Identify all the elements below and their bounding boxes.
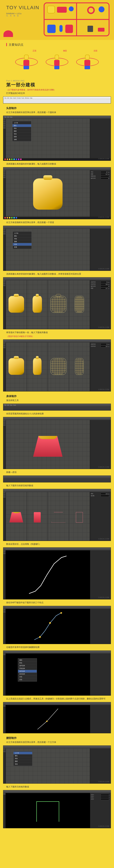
tool-palette[interactable] [3,793,6,828]
menu-item[interactable]: 圆柱 [12,124,31,127]
menu-item[interactable]: 填充选择 [18,670,37,673]
menu-item[interactable]: 圆锥 [13,240,32,243]
rot-seg-field[interactable] [101,285,110,287]
quad-viewport[interactable] [6,492,90,541]
menu-item[interactable]: 胶囊 [12,135,31,138]
menu-item[interactable]: 球体 [12,127,31,130]
viewport[interactable] [6,793,90,828]
app-menubar[interactable] [3,489,111,492]
depth-field[interactable] [101,493,110,495]
primitive-popup[interactable]: 立方体 圆柱 球体 圆锥 管道 [13,751,32,766]
app-menubar[interactable] [3,226,111,229]
attribute-panel[interactable]: 分段X 分段Y 分段Z [90,793,111,828]
tool-palette[interactable] [3,229,6,271]
inner-radius-field[interactable] [101,343,110,345]
material-swatches[interactable] [3,217,111,219]
viewport[interactable] [6,705,90,733]
menu-item[interactable]: 全选 [18,676,37,678]
attribute-panel[interactable] [90,653,111,695]
app-menubar[interactable] [3,476,111,478]
viewport[interactable] [6,420,90,469]
menu-item[interactable]: 圆柱 [13,235,32,238]
quad-viewport[interactable] [6,280,90,329]
menu-item[interactable]: 圆锥 [13,760,32,763]
segy-field[interactable] [101,796,110,798]
menu-item[interactable]: 框选 [18,661,37,664]
tool-palette[interactable] [3,609,6,644]
segh-field[interactable] [101,175,110,177]
app-menubar[interactable] [3,702,111,705]
tool-palette[interactable] [3,748,6,783]
tool-palette[interactable] [3,550,6,599]
outer-radius-field[interactable] [101,345,110,347]
app-menubar[interactable]: FileEditView [3,116,111,119]
attribute-panel[interactable] [90,119,111,161]
viewport[interactable]: 立方体 圆柱 球体 圆锥 管道 胶囊 [6,229,90,271]
attribute-panel[interactable]: 内部半径 外部半径 旋转分段 高度 [90,280,111,329]
outer-radius-field[interactable] [101,283,110,285]
menu-item[interactable]: 圆锥 [12,130,31,133]
viewport[interactable] [6,609,90,644]
menu-item[interactable]: 管道 [13,243,32,246]
app-menubar[interactable] [3,167,111,170]
viewport[interactable] [6,342,90,391]
app-menubar[interactable] [3,277,111,280]
app-menubar[interactable] [3,417,111,420]
attribute-panel[interactable] [90,609,111,644]
app-menubar[interactable] [3,746,111,748]
material-swatches[interactable] [3,158,111,161]
viewport[interactable] [6,170,90,219]
tool-palette[interactable] [3,119,6,161]
tool-palette[interactable] [3,492,6,541]
viewport[interactable] [6,492,90,541]
tool-palette[interactable] [3,653,6,695]
menu-item[interactable]: 循环选择 [18,664,37,667]
attribute-panel[interactable] [90,420,111,469]
menu-item[interactable]: 立方体 [13,752,32,754]
app-menubar[interactable] [3,340,111,342]
attribute-panel[interactable] [90,229,111,271]
menu-item[interactable]: 油桶 [12,138,31,141]
context-menu[interactable]: 撤销 框选 循环选择 环状选择 填充选择 路径选择 全选 反选 [18,658,37,682]
subdiv-field[interactable] [101,495,110,497]
tool-palette[interactable] [3,280,6,329]
viewport[interactable] [6,550,90,599]
segx-field[interactable] [101,794,110,796]
tool-palette[interactable] [3,170,6,219]
app-menubar[interactable]: FileEditView InsertFormatTools WindowHel… [3,97,111,99]
app-menubar[interactable] [3,606,111,609]
tool-palette[interactable] [3,342,6,391]
viewport[interactable]: 立方体 圆柱 球体 圆锥 管道 胶囊 油桶 [6,119,90,161]
tool-palette[interactable] [3,705,6,733]
app-menubar[interactable] [3,790,111,793]
attribute-panel[interactable] [90,748,111,783]
attribute-panel[interactable] [90,550,111,599]
app-menubar[interactable] [3,548,111,550]
primitive-popup[interactable]: 立方体 圆柱 球体 圆锥 管道 胶囊 油桶 [12,121,31,142]
height-field[interactable] [101,173,110,175]
attribute-panel[interactable]: 半径 高度 高度分段 旋转分段 [90,170,111,219]
segr-field[interactable] [101,178,110,179]
viewport[interactable] [6,280,90,329]
menu-item[interactable]: 立方体 [13,232,32,235]
menu-item[interactable]: 圆柱 [13,754,32,757]
viewport[interactable]: 撤销 框选 循环选择 环状选择 填充选择 路径选择 全选 反选 [6,653,90,695]
menu-item[interactable]: 管道 [13,763,32,766]
menu-item[interactable]: 路径选择 [18,673,37,676]
menu-item[interactable]: 反选 [18,678,37,681]
menu-item[interactable]: 立方体 [12,122,31,124]
menu-item[interactable]: 环状选择 [18,667,37,670]
menu-item[interactable]: 球体 [13,238,32,240]
menu-item[interactable]: 管道 [12,133,31,135]
app-menubar[interactable] [3,651,111,653]
app-menubar[interactable]: FileEditView Tools [3,404,111,407]
inner-radius-field[interactable] [101,281,110,283]
viewport[interactable]: 立方体 圆柱 球体 圆锥 管道 [6,748,90,783]
height-field[interactable] [101,287,110,289]
attribute-panel[interactable]: 移动 细分数 [90,492,111,541]
menu-item[interactable]: 球体 [13,757,32,760]
radius-field[interactable] [101,171,110,173]
attribute-panel[interactable]: 内部半径 外部半径 [90,342,111,391]
menu-item[interactable]: 撤销 [18,659,37,661]
attribute-panel[interactable] [90,705,111,733]
